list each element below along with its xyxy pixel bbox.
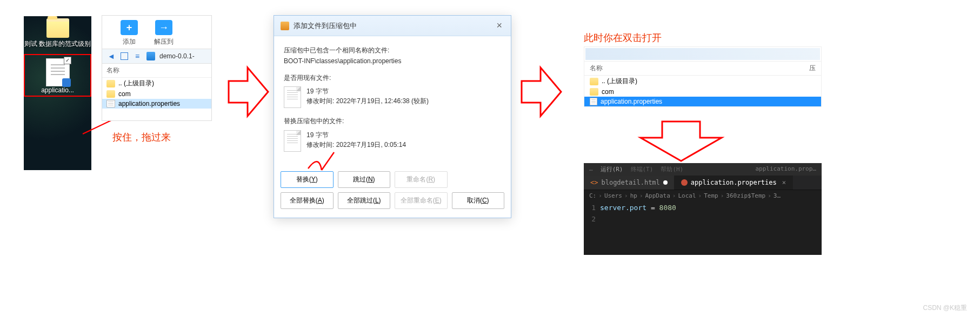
- archive-icon: [281, 22, 289, 30]
- desktop-folder[interactable]: 则试 数据库的范式级别: [24, 16, 91, 51]
- open-hint-text: 此时你在双击打开: [584, 31, 662, 44]
- cancel-button[interactable]: 取消(C): [452, 192, 505, 209]
- archive-toolbar: + 添加 → 解压到: [102, 16, 211, 49]
- menu-help[interactable]: 帮助(H): [661, 165, 683, 173]
- window-title: application.prop…: [755, 165, 816, 173]
- question-2: 替换压缩包中的文件:: [284, 116, 501, 126]
- close-icon[interactable]: ×: [782, 179, 786, 186]
- column-header-name[interactable]: 名称: [590, 64, 603, 73]
- vscode-badge-icon: [62, 78, 71, 87]
- folder-icon: [590, 88, 598, 96]
- desktop-panel: 则试 数据库的范式级别 ✓ applicatio...: [24, 16, 91, 170]
- file-info-new: 19 字节 修改时间: 2022年7月19日, 12:46:38 (较新): [284, 86, 501, 108]
- properties-icon: [681, 179, 688, 186]
- tab-application-properties[interactable]: application.properties ×: [675, 176, 793, 190]
- question-1: 是否用现有文件:: [284, 72, 501, 83]
- drag-hint-text: 按住，拖过来: [112, 131, 171, 144]
- tab-bar: <> blogdetail.html application.propertie…: [584, 176, 822, 190]
- archive-window-after: 名称 压 .. (上级目录) com application.propertie…: [584, 46, 822, 107]
- breadcrumb[interactable]: C:›Users›hp›AppData›Local›Temp›360zip$Te…: [584, 190, 822, 201]
- file2-size: 19 字节: [306, 130, 406, 140]
- watermark: CSDN @K稳重: [923, 303, 967, 313]
- back-icon[interactable]: ◄: [106, 51, 116, 61]
- dialog-title: 添加文件到压缩包中: [294, 21, 357, 31]
- archive-navbar: ◄ ≡ demo-0.0.1-: [102, 49, 211, 64]
- html-icon: <>: [590, 179, 598, 186]
- textfile-icon: ✓: [46, 58, 70, 86]
- extract-icon: →: [155, 20, 172, 35]
- folder-icon: [46, 18, 69, 38]
- list-item-app[interactable]: application.properties: [102, 99, 211, 109]
- folder-icon: [106, 80, 115, 87]
- file-icon: [106, 100, 115, 107]
- list-icon[interactable]: ≡: [132, 51, 142, 61]
- file2-mtime: 修改时间: 2022年7月19日, 0:05:14: [306, 140, 406, 150]
- add-button[interactable]: + 添加: [121, 20, 138, 46]
- file1-mtime: 修改时间: 2022年7月19日, 12:46:38 (较新): [306, 96, 429, 106]
- file-icon: [284, 130, 301, 152]
- view-icon[interactable]: [121, 52, 128, 60]
- list-item-up[interactable]: .. (上级目录): [584, 76, 821, 87]
- skip-all-button[interactable]: 全部跳过(L): [338, 192, 391, 209]
- list-item-com[interactable]: com: [584, 87, 821, 97]
- file-icon: [590, 98, 597, 105]
- replace-all-button[interactable]: 全部替换(A): [281, 192, 334, 209]
- column-header-comp[interactable]: 压: [809, 64, 816, 73]
- list-item-app[interactable]: application.properties: [584, 97, 821, 106]
- vscode-editor: … 运行(R) 终端(T) 帮助(H) application.prop… <>…: [584, 163, 822, 255]
- archive-path: demo-0.0.1-: [159, 52, 195, 60]
- file-icon: [284, 86, 301, 108]
- menu-terminal[interactable]: 终端(T): [631, 165, 654, 173]
- dialog-titlebar: 添加文件到压缩包中 ×: [274, 16, 511, 36]
- menu-run[interactable]: 运行(R): [601, 165, 623, 173]
- file-label: applicatio...: [41, 86, 74, 95]
- file-info-old: 19 字节 修改时间: 2022年7月19日, 0:05:14: [284, 130, 501, 152]
- checkmark-icon: ✓: [64, 57, 71, 64]
- msg-line2: BOOT-INF\classes\application.properties: [284, 56, 501, 66]
- skip-button[interactable]: 跳过(N): [338, 171, 391, 188]
- code-content[interactable]: server.port = 8080: [600, 201, 676, 226]
- tab-blogdetail[interactable]: <> blogdetail.html: [584, 176, 675, 190]
- highlighted-file[interactable]: ✓ applicatio...: [24, 54, 91, 97]
- dialog-body: 压缩包中已包含一个相同名称的文件: BOOT-INF\classes\appli…: [274, 36, 511, 166]
- flow-arrow-2: [519, 62, 562, 122]
- plus-icon: +: [121, 20, 138, 35]
- rename-button[interactable]: 重命名(R): [395, 171, 448, 188]
- archive-window: + 添加 → 解压到 ◄ ≡ demo-0.0.1- 名称 .. (上级目录) …: [102, 15, 212, 121]
- folder-icon: [106, 90, 115, 98]
- list-item-com[interactable]: com: [102, 89, 211, 99]
- folder-label: 则试 数据库的范式级别: [24, 40, 91, 49]
- modified-dot-icon: [663, 180, 668, 185]
- rename-all-button[interactable]: 全部重命名(E): [395, 192, 448, 209]
- extract-button[interactable]: → 解压到: [154, 20, 174, 46]
- flow-arrow-down: [635, 119, 727, 162]
- archive-icon: [146, 52, 155, 60]
- list-item-up[interactable]: .. (上级目录): [102, 78, 211, 89]
- flow-arrow-1: [226, 62, 269, 122]
- column-headers: 名称 压: [584, 61, 821, 76]
- column-header-name[interactable]: 名称: [102, 64, 211, 78]
- blurred-toolbar: [585, 48, 820, 60]
- line-gutter: 1 2: [584, 201, 600, 226]
- file1-size: 19 字节: [306, 86, 429, 96]
- msg-line1: 压缩包中已包含一个相同名称的文件:: [284, 45, 501, 56]
- file-list: .. (上级目录) com application.properties: [102, 78, 211, 109]
- folder-icon: [590, 78, 598, 85]
- annotation-mark: [303, 151, 341, 173]
- close-icon[interactable]: ×: [494, 20, 504, 31]
- vscode-menubar: … 运行(R) 终端(T) 帮助(H) application.prop…: [584, 163, 822, 176]
- editor-area[interactable]: 1 2 server.port = 8080: [584, 201, 822, 226]
- replace-dialog: 添加文件到压缩包中 × 压缩包中已包含一个相同名称的文件: BOOT-INF\c…: [274, 15, 511, 218]
